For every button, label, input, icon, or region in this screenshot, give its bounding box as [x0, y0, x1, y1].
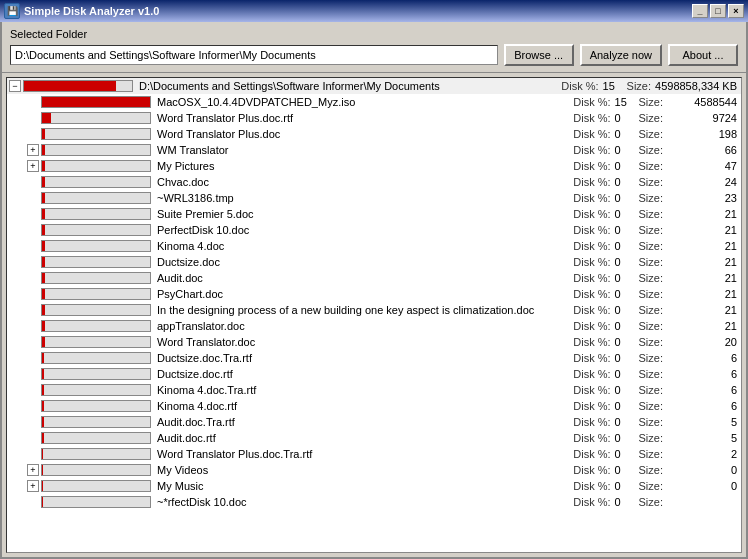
item-name: Chvac.doc	[155, 176, 573, 188]
bar-fill	[42, 305, 45, 315]
tree-item[interactable]: MacOSX_10.4.4DVDPATCHED_Myz.iso Disk %: …	[7, 94, 741, 110]
tree-item[interactable]: Word Translator Plus.doc Disk %: 0 Size:…	[7, 126, 741, 142]
tree-item[interactable]: Kinoma 4.doc.rtf Disk %: 0 Size: 6	[7, 398, 741, 414]
item-stats: Disk %: 0 Size: 6	[573, 352, 737, 364]
root-bar	[23, 80, 133, 92]
about-button[interactable]: About ...	[668, 44, 738, 66]
root-disk-pct: 15	[603, 80, 623, 92]
item-bar	[41, 144, 151, 156]
item-bar	[41, 368, 151, 380]
expand-btn[interactable]: +	[27, 464, 39, 476]
bar-fill	[42, 273, 45, 283]
bar-fill	[42, 449, 43, 459]
item-stats: Disk %: 0 Size: 6	[573, 400, 737, 412]
item-bar	[41, 256, 151, 268]
tree-item[interactable]: Chvac.doc Disk %: 0 Size: 24	[7, 174, 741, 190]
expand-btn[interactable]: +	[27, 480, 39, 492]
item-stats: Disk %: 0 Size: 0	[573, 480, 737, 492]
root-item[interactable]: − D:\Documents and Settings\Software Inf…	[7, 78, 741, 94]
item-bar	[41, 448, 151, 460]
tree-item[interactable]: Audit.doc.Tra.rtf Disk %: 0 Size: 5	[7, 414, 741, 430]
bar-fill	[42, 369, 44, 379]
item-bar	[41, 496, 151, 508]
tree-view[interactable]: − D:\Documents and Settings\Software Inf…	[6, 77, 742, 553]
maximize-button[interactable]: □	[710, 4, 726, 18]
tree-item[interactable]: ~WRL3186.tmp Disk %: 0 Size: 23	[7, 190, 741, 206]
item-stats: Disk %: 0 Size: 21	[573, 272, 737, 284]
root-expand-btn[interactable]: −	[9, 80, 21, 92]
bar-fill	[42, 465, 43, 475]
tree-item[interactable]: Word Translator Plus.doc.Tra.rtf Disk %:…	[7, 446, 741, 462]
item-bar	[41, 384, 151, 396]
item-stats: Disk %: 0 Size: 20	[573, 336, 737, 348]
item-name: Audit.doc.Tra.rtf	[155, 416, 573, 428]
item-bar	[41, 336, 151, 348]
tree-item[interactable]: + My Music Disk %: 0 Size: 0	[7, 478, 741, 494]
title-controls[interactable]: _ □ ×	[692, 4, 744, 18]
tree-item[interactable]: Ductsize.doc Disk %: 0 Size: 21	[7, 254, 741, 270]
tree-item[interactable]: ~*rfectDisk 10.doc Disk %: 0 Size:	[7, 494, 741, 510]
item-name: Word Translator.doc	[155, 336, 573, 348]
browse-button[interactable]: Browse ...	[504, 44, 574, 66]
app-icon: 💾	[4, 3, 20, 19]
tree-item[interactable]: PsyChart.doc Disk %: 0 Size: 21	[7, 286, 741, 302]
bar-fill	[42, 177, 45, 187]
toolbar: Selected Folder Browse ... Analyze now A…	[2, 22, 746, 73]
main-window: Selected Folder Browse ... Analyze now A…	[0, 22, 748, 559]
item-stats: Disk %: 0 Size:	[573, 496, 737, 508]
tree-item[interactable]: Audit.doc Disk %: 0 Size: 21	[7, 270, 741, 286]
bar-fill	[42, 433, 44, 443]
analyze-button[interactable]: Analyze now	[580, 44, 662, 66]
tree-item[interactable]: + My Pictures Disk %: 0 Size: 47	[7, 158, 741, 174]
tree-item[interactable]: Word Translator.doc Disk %: 0 Size: 20	[7, 334, 741, 350]
tree-item[interactable]: Kinoma 4.doc Disk %: 0 Size: 21	[7, 238, 741, 254]
item-stats: Disk %: 0 Size: 21	[573, 240, 737, 252]
item-bar	[41, 272, 151, 284]
item-name: ~WRL3186.tmp	[155, 192, 573, 204]
tree-item[interactable]: Word Translator Plus.doc.rtf Disk %: 0 S…	[7, 110, 741, 126]
item-stats: Disk %: 0 Size: 66	[573, 144, 737, 156]
tree-item[interactable]: PerfectDisk 10.doc Disk %: 0 Size: 21	[7, 222, 741, 238]
item-bar	[41, 160, 151, 172]
tree-item[interactable]: Suite Premier 5.doc Disk %: 0 Size: 21	[7, 206, 741, 222]
item-stats: Disk %: 0 Size: 5	[573, 416, 737, 428]
close-button[interactable]: ×	[728, 4, 744, 18]
bar-fill	[42, 241, 45, 251]
item-bar	[41, 432, 151, 444]
item-name: PsyChart.doc	[155, 288, 573, 300]
bar-fill	[42, 209, 45, 219]
tree-item[interactable]: + My Videos Disk %: 0 Size: 0	[7, 462, 741, 478]
title-bar-left: 💾 Simple Disk Analyzer v1.0	[4, 3, 159, 19]
tree-item[interactable]: Audit.doc.rtf Disk %: 0 Size: 5	[7, 430, 741, 446]
bar-fill	[42, 353, 44, 363]
bar-fill	[42, 257, 45, 267]
item-name: WM Translator	[155, 144, 573, 156]
item-bar	[41, 176, 151, 188]
item-name: ~*rfectDisk 10.doc	[155, 496, 573, 508]
item-name: Word Translator Plus.doc.Tra.rtf	[155, 448, 573, 460]
item-name: PerfectDisk 10.doc	[155, 224, 573, 236]
item-bar	[41, 400, 151, 412]
folder-label: Selected Folder	[10, 28, 738, 40]
item-stats: Disk %: 0 Size: 24	[573, 176, 737, 188]
item-bar	[41, 240, 151, 252]
item-stats: Disk %: 0 Size: 21	[573, 208, 737, 220]
tree-item[interactable]: + WM Translator Disk %: 0 Size: 66	[7, 142, 741, 158]
path-input[interactable]	[10, 45, 498, 65]
item-name: MacOSX_10.4.4DVDPATCHED_Myz.iso	[155, 96, 573, 108]
tree-item[interactable]: In the designing process of a new buildi…	[7, 302, 741, 318]
bar-fill	[42, 193, 45, 203]
expand-btn[interactable]: +	[27, 160, 39, 172]
tree-item[interactable]: Ductsize.doc.Tra.rtf Disk %: 0 Size: 6	[7, 350, 741, 366]
bar-fill	[42, 161, 45, 171]
minimize-button[interactable]: _	[692, 4, 708, 18]
item-name: Ductsize.doc	[155, 256, 573, 268]
tree-item[interactable]: Kinoma 4.doc.Tra.rtf Disk %: 0 Size: 6	[7, 382, 741, 398]
tree-item[interactable]: Ductsize.doc.rtf Disk %: 0 Size: 6	[7, 366, 741, 382]
item-name: My Music	[155, 480, 573, 492]
expand-btn[interactable]: +	[27, 144, 39, 156]
tree-item[interactable]: appTranslator.doc Disk %: 0 Size: 21	[7, 318, 741, 334]
item-bar	[41, 480, 151, 492]
item-bar	[41, 464, 151, 476]
item-bar	[41, 304, 151, 316]
